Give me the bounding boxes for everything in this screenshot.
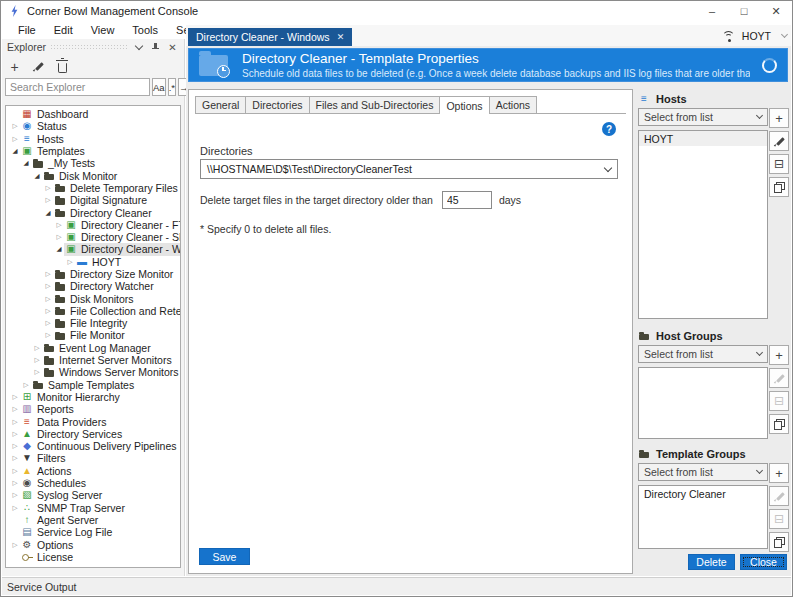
expander-collapsed-icon[interactable]: ▷ [10, 479, 20, 487]
template-groups-add-button[interactable]: + [769, 463, 789, 483]
menu-tools[interactable]: Tools [123, 24, 167, 36]
expander-collapsed-icon[interactable]: ▷ [65, 258, 75, 266]
search-input[interactable] [5, 78, 150, 96]
expander-collapsed-icon[interactable]: ▷ [32, 344, 42, 352]
maximize-icon[interactable]: □ [728, 1, 760, 21]
match-case-button[interactable]: Aa [152, 78, 166, 96]
tab-general[interactable]: General [195, 96, 246, 113]
expander-collapsed-icon[interactable]: ▷ [43, 319, 53, 327]
tree-item-syslog-server[interactable]: ▷▧Syslog Server [6, 489, 180, 501]
tab-actions[interactable]: Actions [489, 96, 537, 113]
tree-item-schedules[interactable]: ▷◉Schedules [6, 477, 180, 489]
tree-item-reports[interactable]: ▷▥Reports [6, 403, 180, 415]
close-icon[interactable]: ✕ [760, 1, 792, 21]
save-button[interactable]: Save [199, 548, 250, 565]
directories-combobox[interactable]: \\HOSTNAME\D$\Test\DirectoryCleanerTest [200, 159, 618, 179]
expander-collapsed-icon[interactable]: ▷ [43, 270, 53, 278]
expander-collapsed-icon[interactable]: ▷ [10, 454, 20, 462]
host-groups-add-button[interactable]: + [769, 345, 789, 365]
tree-item-file-monitor[interactable]: ▷File Monitor [6, 329, 180, 341]
expander-collapsed-icon[interactable]: ▷ [43, 295, 53, 303]
tree-item-templates[interactable]: ◢▣Templates [6, 145, 180, 157]
expander-collapsed-icon[interactable]: ▷ [43, 331, 53, 339]
tree-item-directory-cleaner-ftp-s[interactable]: ▷▣Directory Cleaner - FTP/S [6, 219, 180, 231]
service-output-label[interactable]: Service Output [7, 581, 76, 593]
tree-item-sample-templates[interactable]: ▷Sample Templates [6, 379, 180, 391]
tree-item-license[interactable]: License [6, 551, 180, 563]
tab-options[interactable]: Options [439, 96, 489, 114]
tab-directories[interactable]: Directories [245, 96, 309, 113]
tree-item-delete-temporary-files[interactable]: ▷Delete Temporary Files [6, 182, 180, 194]
expander-collapsed-icon[interactable]: ▷ [10, 405, 20, 413]
hosts-remove-button[interactable]: ⊟ [769, 154, 789, 174]
regex-button[interactable]: .* [168, 78, 176, 96]
tab-close-icon[interactable]: ✕ [337, 32, 345, 42]
hosts-dropdown[interactable]: Select from list [638, 108, 768, 126]
close-panel-icon[interactable]: ✕ [166, 41, 179, 54]
expander-expanded-icon[interactable]: ◢ [21, 159, 31, 167]
host-groups-dropdown-chevron-icon[interactable] [756, 349, 763, 356]
expander-expanded-icon[interactable]: ◢ [43, 209, 53, 217]
tree-item-disk-monitors[interactable]: ▷Disk Monitors [6, 292, 180, 304]
tree-item-dashboard[interactable]: ▦Dashboard [6, 108, 180, 120]
template-groups-dropdown[interactable]: Select from list [638, 463, 768, 481]
tree-item-options[interactable]: ▷⚙Options [6, 538, 180, 550]
expander-expanded-icon[interactable]: ◢ [54, 245, 64, 253]
tree-item-filters[interactable]: ▷▼Filters [6, 452, 180, 464]
tabstrip-chevron-icon[interactable] [781, 31, 788, 38]
expander-collapsed-icon[interactable]: ▷ [43, 184, 53, 192]
expander-collapsed-icon[interactable]: ▷ [10, 541, 20, 549]
expander-collapsed-icon[interactable]: ▷ [10, 135, 20, 143]
expander-collapsed-icon[interactable]: ▷ [54, 233, 64, 241]
hosts-edit-button[interactable] [769, 131, 789, 151]
tree-item-status[interactable]: ▷◉Status [6, 120, 180, 132]
tree-item-hosts[interactable]: ▷≡Hosts [6, 133, 180, 145]
hosts-add-button[interactable]: + [769, 108, 789, 128]
tree-item-monitor-hierarchy[interactable]: ▷⊞Monitor Hierarchy [6, 391, 180, 403]
tree-item-data-providers[interactable]: ▷≡Data Providers [6, 415, 180, 427]
combo-chevron-icon[interactable] [604, 163, 612, 171]
delete-template-button[interactable]: Delete [688, 554, 735, 570]
tree-item-file-collection-and-retention[interactable]: ▷File Collection and Retention [6, 305, 180, 317]
menu-view[interactable]: View [82, 24, 124, 36]
expander-collapsed-icon[interactable]: ▷ [43, 196, 53, 204]
hosts-copy-button[interactable] [769, 177, 789, 197]
expander-expanded-icon[interactable]: ◢ [32, 172, 42, 180]
minimize-icon[interactable]: – [696, 1, 728, 21]
expander-collapsed-icon[interactable]: ▷ [10, 430, 20, 438]
add-button[interactable]: + [5, 57, 24, 76]
tree-item-directory-cleaner[interactable]: ◢Directory Cleaner [6, 206, 180, 218]
tree-item-directory-services[interactable]: ▷▲Directory Services [6, 428, 180, 440]
delete-button[interactable] [53, 57, 72, 76]
expander-collapsed-icon[interactable]: ▷ [10, 393, 20, 401]
tree-item-file-integrity[interactable]: ▷File Integrity [6, 317, 180, 329]
tab-directory-cleaner-windows[interactable]: Directory Cleaner - Windows ✕ [188, 28, 352, 46]
tree-item-event-log-manager[interactable]: ▷Event Log Manager [6, 342, 180, 354]
tree-item-directory-watcher[interactable]: ▷Directory Watcher [6, 280, 180, 292]
expander-collapsed-icon[interactable]: ▷ [10, 122, 20, 130]
hosts-dropdown-chevron-icon[interactable] [756, 112, 763, 119]
expander-collapsed-icon[interactable]: ▷ [10, 418, 20, 426]
expander-collapsed-icon[interactable]: ▷ [10, 491, 20, 499]
tree-item-agent-server[interactable]: ↑Agent Server [6, 514, 180, 526]
pin-icon[interactable] [149, 41, 162, 54]
tree-item-snmp-trap-server[interactable]: ▷∴SNMP Trap Server [6, 502, 180, 514]
host-groups-copy-button[interactable] [769, 414, 789, 434]
expander-collapsed-icon[interactable]: ▷ [10, 442, 20, 450]
template-groups-dropdown-chevron-icon[interactable] [756, 467, 763, 474]
expander-collapsed-icon[interactable]: ▷ [10, 467, 20, 475]
menu-edit[interactable]: Edit [45, 24, 82, 36]
expander-collapsed-icon[interactable]: ▷ [54, 221, 64, 229]
tree-item-directory-size-monitor[interactable]: ▷Directory Size Monitor [6, 268, 180, 280]
expander-expanded-icon[interactable]: ◢ [10, 147, 20, 155]
tree-item-directory-cleaner-windows[interactable]: ◢▣Directory Cleaner - Windows [6, 243, 180, 255]
expander-collapsed-icon[interactable]: ▷ [43, 282, 53, 290]
tree-item-windows-server-monitors[interactable]: ▷Windows Server Monitors [6, 366, 180, 378]
close-button[interactable]: Close [740, 554, 787, 570]
list-item-directory-cleaner[interactable]: Directory Cleaner [639, 486, 767, 501]
edit-button[interactable] [29, 57, 48, 76]
template-groups-copy-button[interactable] [769, 532, 789, 552]
host-groups-dropdown[interactable]: Select from list [638, 345, 768, 363]
expander-collapsed-icon[interactable]: ▷ [32, 356, 42, 364]
tree-item-service-log-file[interactable]: ▤Service Log File [6, 526, 180, 538]
